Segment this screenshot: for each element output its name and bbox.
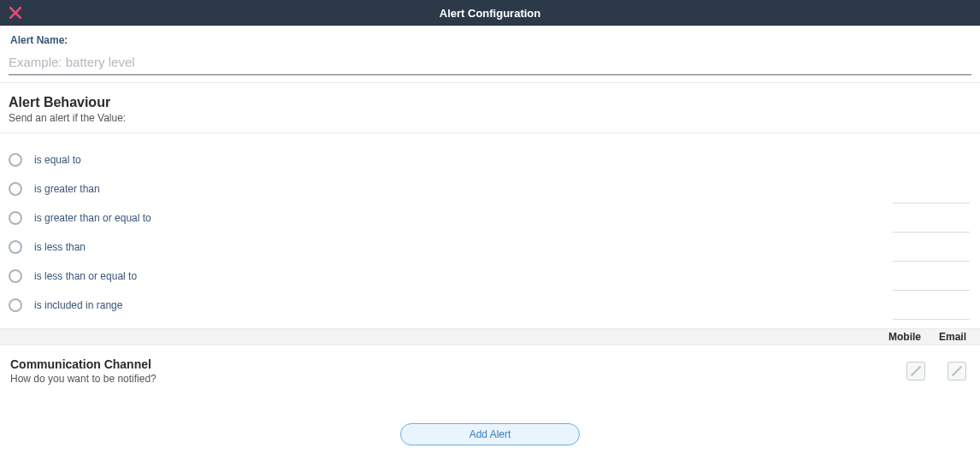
option-greater-than-or-equal[interactable]: is greater than or equal to xyxy=(0,203,980,233)
value-input[interactable] xyxy=(893,291,970,320)
behaviour-subtitle: Send an alert if the Value: xyxy=(9,112,971,124)
behaviour-options: is equal to is greater than is greater t… xyxy=(0,133,980,328)
footer: Add Alert xyxy=(0,423,980,445)
option-label: is less than xyxy=(34,241,86,253)
value-input[interactable] xyxy=(893,145,970,174)
radio-icon[interactable] xyxy=(9,240,22,254)
option-equal-to[interactable]: is equal to xyxy=(0,145,980,174)
channel-header-row: Mobile Email xyxy=(0,328,980,345)
radio-icon[interactable] xyxy=(9,211,22,225)
modal-header: Alert Configuration xyxy=(0,0,980,26)
channel-subtitle: How do you want to be notified? xyxy=(10,373,906,385)
option-label: is less than or equal to xyxy=(34,270,137,282)
mobile-checkbox[interactable] xyxy=(906,362,925,380)
channel-row: Communication Channel How do you want to… xyxy=(0,345,980,400)
alert-name-input[interactable] xyxy=(9,50,971,75)
value-input[interactable] xyxy=(893,262,970,291)
svg-point-6 xyxy=(952,374,953,375)
behaviour-title: Alert Behaviour xyxy=(9,95,971,110)
svg-point-4 xyxy=(918,366,920,368)
radio-icon[interactable] xyxy=(9,298,22,312)
option-less-than[interactable]: is less than xyxy=(0,233,980,262)
alert-name-label: Alert Name: xyxy=(10,34,970,46)
svg-point-3 xyxy=(911,374,912,375)
channel-header-mobile: Mobile xyxy=(888,331,922,343)
option-label: is greater than or equal to xyxy=(34,212,151,224)
option-label: is greater than xyxy=(34,183,100,195)
modal-title: Alert Configuration xyxy=(0,7,980,20)
svg-point-7 xyxy=(959,366,961,368)
value-column xyxy=(893,145,970,320)
option-label: is included in range xyxy=(34,299,122,311)
alert-name-section: Alert Name: xyxy=(0,26,980,50)
option-included-in-range[interactable]: is included in range xyxy=(0,291,980,320)
close-icon[interactable] xyxy=(9,6,22,20)
channel-title: Communication Channel xyxy=(10,357,906,371)
radio-icon[interactable] xyxy=(9,153,22,167)
option-label: is equal to xyxy=(34,154,81,166)
behaviour-header: Alert Behaviour Send an alert if the Val… xyxy=(0,83,980,133)
option-greater-than[interactable]: is greater than xyxy=(0,174,980,203)
radio-icon[interactable] xyxy=(9,182,22,196)
value-input[interactable] xyxy=(893,233,970,262)
channel-header-email: Email xyxy=(936,331,970,343)
email-checkbox[interactable] xyxy=(948,362,966,380)
value-input[interactable] xyxy=(893,174,970,203)
value-input[interactable] xyxy=(893,203,970,233)
radio-icon[interactable] xyxy=(9,269,22,283)
add-alert-button[interactable]: Add Alert xyxy=(400,423,580,445)
option-less-than-or-equal[interactable]: is less than or equal to xyxy=(0,262,980,291)
